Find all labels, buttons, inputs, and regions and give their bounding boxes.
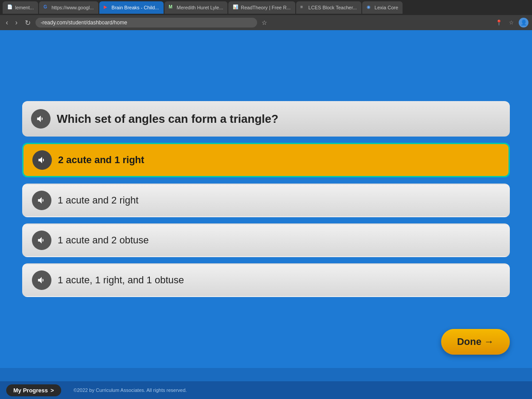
speaker-icon — [37, 275, 47, 285]
answer-option-1[interactable]: 2 acute and 1 right — [22, 143, 510, 177]
bottom-bar: My Progress > ©2022 by Curriculum Associ… — [0, 381, 532, 399]
my-progress-button[interactable]: My Progress > — [6, 384, 61, 396]
tab-favicon-6: ≡ — [301, 4, 307, 11]
answer-text-3: 1 acute and 2 obtuse — [58, 235, 149, 246]
tab-label-4: Meredith Huret Lyle... — [177, 5, 223, 10]
tab-favicon-2: G — [43, 4, 50, 11]
star-ext-icon: ☆ — [506, 18, 516, 27]
bookmark-star-icon[interactable]: ☆ — [262, 19, 267, 26]
forward-button[interactable]: › — [13, 18, 20, 27]
tab-lces[interactable]: ≡ LCES Block Teacher... — [296, 1, 361, 14]
answer-text-4: 1 acute, 1 right, and 1 obtuse — [58, 274, 184, 286]
copyright-text: ©2022 by Curriculum Associates. All righ… — [74, 387, 187, 393]
answer-speaker-1[interactable] — [32, 150, 52, 170]
done-label: Done → — [457, 336, 494, 348]
question-speaker-button[interactable] — [31, 109, 51, 129]
user-ext-icon[interactable]: 👤 — [519, 18, 528, 27]
answer-text-1: 2 acute and 1 right — [58, 154, 144, 166]
answer-speaker-3[interactable] — [32, 231, 51, 250]
tab-label-6: LCES Block Teacher... — [309, 5, 357, 10]
tab-label-5: ReadTheory | Free R... — [241, 5, 290, 10]
location-icon: 📍 — [494, 18, 504, 27]
tab-label-3: Brain Breaks - Child... — [112, 5, 159, 10]
my-progress-label: My Progress — [13, 387, 48, 394]
back-button[interactable]: ‹ — [4, 18, 10, 27]
speaker-icon — [37, 196, 47, 205]
tab-readtheory[interactable]: 📊 ReadTheory | Free R... — [228, 1, 295, 14]
question-card: Which set of angles can form a triangle? — [22, 101, 510, 137]
tab-bar: 📄 lement... G https://www.googl... ▶ Bra… — [0, 0, 532, 15]
tab-label-7: Lexia Core — [375, 5, 398, 10]
speaker-icon — [37, 235, 47, 245]
answer-speaker-4[interactable] — [32, 270, 51, 290]
tab-label-2: https://www.googl... — [51, 5, 94, 10]
tab-label-1: lement... — [15, 5, 34, 10]
url-input[interactable] — [35, 18, 257, 27]
chevron-right-icon: > — [51, 387, 54, 394]
answer-option-3[interactable]: 1 acute and 2 obtuse — [22, 223, 510, 257]
done-button[interactable]: Done → — [441, 329, 510, 355]
tab-favicon-4: M — [169, 4, 175, 11]
speaker-icon — [37, 155, 47, 165]
tab-brain-breaks[interactable]: ▶ Brain Breaks - Child... — [99, 1, 164, 14]
tab-lement[interactable]: 📄 lement... — [3, 1, 38, 14]
answer-option-2[interactable]: 1 acute and 2 right — [22, 184, 510, 217]
tab-lexia[interactable]: ◉ Lexia Core — [362, 1, 403, 14]
answer-speaker-2[interactable] — [32, 191, 51, 210]
speaker-icon — [36, 114, 46, 124]
tab-favicon-5: 📊 — [233, 4, 239, 11]
tab-favicon-7: ◉ — [367, 4, 373, 11]
extension-icons: 📍 ☆ 👤 — [494, 18, 528, 27]
reload-button[interactable]: ↻ — [23, 18, 33, 28]
question-text: Which set of angles can form a triangle? — [57, 112, 278, 126]
main-content: Which set of angles can form a triangle?… — [0, 30, 532, 368]
tab-meredith[interactable]: M Meredith Huret Lyle... — [164, 1, 228, 14]
tab-favicon-3: ▶ — [104, 4, 110, 11]
tab-favicon-1: 📄 — [7, 4, 13, 11]
tab-google[interactable]: G https://www.googl... — [39, 1, 98, 14]
answer-option-4[interactable]: 1 acute, 1 right, and 1 obtuse — [22, 263, 510, 297]
address-bar: ‹ › ↻ ☆ 📍 ☆ 👤 — [0, 15, 532, 30]
answer-text-2: 1 acute and 2 right — [58, 195, 138, 206]
